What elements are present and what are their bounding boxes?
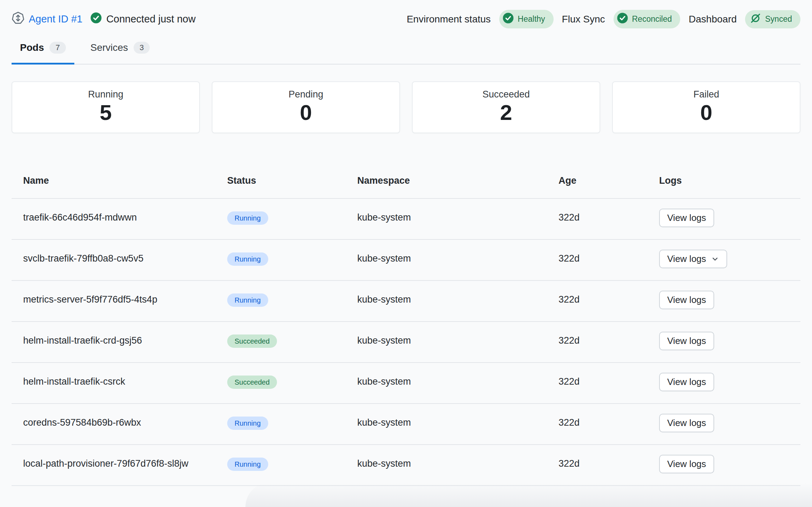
pod-name: traefik-66c46d954f-mdwwn xyxy=(23,211,227,224)
view-logs-button[interactable]: View logs xyxy=(659,373,714,391)
chevron-down-icon xyxy=(711,255,719,263)
flux-sync-label: Flux Sync xyxy=(562,14,605,25)
pod-age: 322d xyxy=(559,416,659,430)
pod-namespace: kube-system xyxy=(357,457,559,471)
pod-namespace: kube-system xyxy=(357,293,559,306)
column-header-namespace: Namespace xyxy=(357,174,559,188)
view-logs-button[interactable]: View logs xyxy=(659,291,714,309)
card-running-label: Running xyxy=(12,89,199,100)
check-circle-icon xyxy=(90,12,102,26)
tab-services-count: 3 xyxy=(134,42,150,54)
status-badge: Running xyxy=(227,417,268,430)
view-logs-label: View logs xyxy=(667,212,706,223)
view-logs-button[interactable]: View logs xyxy=(659,209,714,227)
agent-connection-group: Agent ID #1 Connected just now xyxy=(12,12,196,27)
column-header-age: Age xyxy=(559,174,659,188)
k8s-dashboard-page: Agent ID #1 Connected just now Environme… xyxy=(0,0,812,486)
view-logs-label: View logs xyxy=(667,377,706,387)
dashboard-label: Dashboard xyxy=(689,14,737,25)
pod-age: 322d xyxy=(559,375,659,388)
view-logs-label: View logs xyxy=(667,336,706,346)
status-badge: Running xyxy=(227,211,268,225)
agent-link[interactable]: Agent ID #1 xyxy=(12,12,82,27)
column-header-logs: Logs xyxy=(659,174,800,188)
pods-table: Name Status Namespace Age Logs traefik-6… xyxy=(12,165,800,486)
pod-age: 322d xyxy=(559,252,659,265)
view-logs-label: View logs xyxy=(667,459,706,469)
tab-services-label: Services xyxy=(90,42,128,53)
flux-reconciled-badge: Reconciled xyxy=(614,10,681,28)
card-running: Running 5 xyxy=(12,81,200,133)
pod-namespace: kube-system xyxy=(357,416,559,430)
view-logs-label: View logs xyxy=(667,253,706,264)
table-row: coredns-597584b69b-r6wbx Running kube-sy… xyxy=(12,404,800,445)
tab-bar: Pods 7 Services 3 xyxy=(12,40,800,65)
table-row: metrics-server-5f9f776df5-4ts4p Running … xyxy=(12,281,800,322)
table-row: local-path-provisioner-79f67d76f8-sl8jw … xyxy=(12,445,800,486)
pod-age: 322d xyxy=(559,293,659,306)
card-failed-label: Failed xyxy=(613,89,800,100)
card-pending-label: Pending xyxy=(212,89,399,100)
bottom-sheet-shadow xyxy=(245,482,812,507)
card-succeeded-value: 2 xyxy=(413,100,600,125)
table-row: traefik-66c46d954f-mdwwn Running kube-sy… xyxy=(12,199,800,240)
pod-name: metrics-server-5f9f776df5-4ts4p xyxy=(23,293,227,306)
view-logs-button[interactable]: View logs xyxy=(659,250,727,268)
tab-services[interactable]: Services 3 xyxy=(82,40,158,65)
pod-name: helm-install-traefik-csrck xyxy=(23,375,227,388)
view-logs-button[interactable]: View logs xyxy=(659,414,714,432)
tab-pods[interactable]: Pods 7 xyxy=(12,40,74,65)
slash-circle-icon xyxy=(750,13,761,26)
pod-namespace: kube-system xyxy=(357,211,559,224)
status-badge: Running xyxy=(227,293,268,307)
view-logs-label: View logs xyxy=(667,418,706,428)
pod-age: 322d xyxy=(559,457,659,471)
pod-name: coredns-597584b69b-r6wbx xyxy=(23,416,227,430)
status-badge: Succeeded xyxy=(227,376,277,389)
view-logs-button[interactable]: View logs xyxy=(659,455,714,473)
check-circle-icon xyxy=(502,12,514,26)
dashboard-synced-badge: Synced xyxy=(745,10,800,28)
card-failed-value: 0 xyxy=(613,100,800,125)
agent-icon xyxy=(12,12,25,27)
flux-reconciled-label: Reconciled xyxy=(632,14,672,24)
card-pending: Pending 0 xyxy=(212,81,400,133)
connection-status-label: Connected just now xyxy=(106,13,196,25)
table-row: helm-install-traefik-csrck Succeeded kub… xyxy=(12,363,800,404)
view-logs-label: View logs xyxy=(667,295,706,305)
card-running-value: 5 xyxy=(12,100,199,125)
tab-pods-count: 7 xyxy=(49,42,66,54)
top-bar: Agent ID #1 Connected just now Environme… xyxy=(12,0,800,28)
card-pending-value: 0 xyxy=(212,100,399,125)
pod-name: local-path-provisioner-79f67d76f8-sl8jw xyxy=(23,457,227,471)
pod-age: 322d xyxy=(559,334,659,347)
status-badge: Succeeded xyxy=(227,334,277,348)
table-body: traefik-66c46d954f-mdwwn Running kube-sy… xyxy=(12,199,800,486)
table-row: helm-install-traefik-crd-gsj56 Succeeded… xyxy=(12,322,800,363)
agent-link-label: Agent ID #1 xyxy=(29,13,82,25)
card-failed: Failed 0 xyxy=(612,81,800,133)
dashboard-synced-label: Synced xyxy=(765,14,792,24)
pod-name: helm-install-traefik-crd-gsj56 xyxy=(23,334,227,347)
column-header-name: Name xyxy=(23,174,227,188)
pod-summary-cards: Running 5 Pending 0 Succeeded 2 Failed 0 xyxy=(12,81,800,133)
table-header-row: Name Status Namespace Age Logs xyxy=(12,165,800,199)
view-logs-button[interactable]: View logs xyxy=(659,332,714,350)
pod-age: 322d xyxy=(559,211,659,224)
card-succeeded: Succeeded 2 xyxy=(412,81,600,133)
pod-namespace: kube-system xyxy=(357,375,559,388)
env-healthy-label: Healthy xyxy=(518,14,545,24)
pod-name: svclb-traefik-79ffb0a8-cw5v5 xyxy=(23,252,227,265)
pod-namespace: kube-system xyxy=(357,334,559,347)
table-row: svclb-traefik-79ffb0a8-cw5v5 Running kub… xyxy=(12,240,800,281)
check-circle-icon xyxy=(617,12,628,26)
column-header-status: Status xyxy=(227,174,357,188)
connection-status: Connected just now xyxy=(90,12,196,26)
status-badge: Running xyxy=(227,458,268,471)
tab-pods-label: Pods xyxy=(20,42,44,53)
env-healthy-badge: Healthy xyxy=(499,10,554,28)
status-badge: Running xyxy=(227,252,268,266)
card-succeeded-label: Succeeded xyxy=(413,89,600,100)
env-status-label: Environment status xyxy=(407,14,491,25)
environment-badges-group: Environment status Healthy Flux Sync xyxy=(407,10,800,28)
